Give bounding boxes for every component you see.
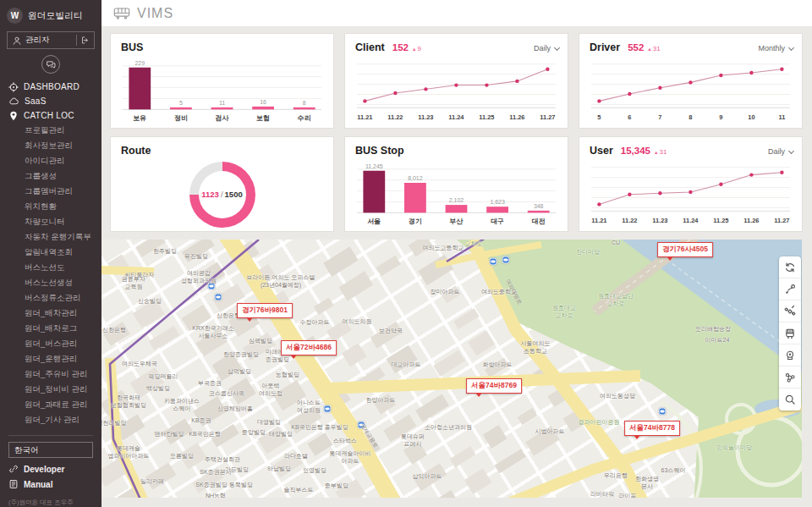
card-user: User 15,345 31 Daily 11.2111.2211.2311.2… — [579, 136, 803, 232]
language-select[interactable]: 한국어 — [8, 442, 93, 458]
sidebar-links: DeveloperManual — [0, 461, 102, 492]
map-tool-cctv-icon[interactable] — [779, 344, 801, 366]
sidebar-subitem[interactable]: 원더_배차관리 — [0, 306, 102, 321]
admin-box[interactable]: 관리자 — [7, 31, 95, 49]
chat-button[interactable] — [41, 55, 60, 74]
period-dropdown[interactable]: Daily — [534, 44, 559, 52]
sidebar-subitem[interactable]: 자동차 운행기록부 — [0, 229, 102, 245]
map-tool-route-icon[interactable] — [779, 278, 801, 300]
sidebar-subitem[interactable]: 원더_버스관리 — [0, 336, 102, 351]
chat-icon — [46, 59, 57, 70]
sidebar-subitem[interactable]: 프로필관리 — [0, 123, 102, 138]
card-title: BUS Stop — [355, 145, 404, 157]
svg-text:6: 6 — [628, 113, 631, 121]
developer-icon — [8, 464, 19, 474]
map[interactable]: 한주빌딩유진빌딩씨티플라자여의공감 성형외과의원금융투자 교육원신송빌딩신한은행… — [102, 240, 802, 498]
dashboard-cards: BUS 229보유5정비11검사16보험8수리 Client 152 9 Dai… — [102, 26, 812, 240]
sidebar-subitem[interactable]: 그룹멤버관리 — [0, 184, 102, 199]
chevron-down-icon — [788, 44, 794, 50]
sidebar-subitem[interactable]: 원더_기사 관리 — [0, 412, 102, 427]
svg-text:5: 5 — [597, 113, 601, 121]
card-bus-stop: BUS Stop 11,245서울8,012경기2,102부산1,623대구34… — [344, 136, 568, 232]
brand-logo-icon: W — [7, 8, 23, 24]
svg-text:16: 16 — [260, 99, 266, 105]
page-title: VIMS — [137, 6, 173, 21]
vehicle-plate-marker[interactable]: 경기76사4505 — [657, 242, 713, 257]
brand: W 원더모빌리티 — [0, 0, 102, 24]
vehicle-plate-marker[interactable]: 경기76바9801 — [237, 303, 293, 318]
svg-text:11.26: 11.26 — [509, 113, 524, 121]
svg-text:11.27: 11.27 — [540, 113, 555, 121]
route-icon — [784, 284, 796, 295]
map-tool-satellite-icon[interactable] — [779, 300, 801, 322]
period-dropdown[interactable]: Monthly — [758, 44, 793, 52]
road-yellow — [102, 270, 154, 272]
refresh-icon — [784, 262, 796, 273]
search-icon — [784, 394, 796, 405]
card-value: 152 — [392, 42, 409, 52]
manual-icon — [8, 479, 19, 489]
sidebar-subitem[interactable]: 차량모니터 — [0, 214, 102, 229]
sidebar-subitem[interactable]: 아이디관리 — [0, 153, 102, 168]
svg-text:보험: 보험 — [256, 114, 270, 122]
svg-text:9: 9 — [719, 113, 722, 121]
vehicle-plate-marker[interactable]: 서울74바8769 — [466, 378, 522, 394]
sidebar-subitem[interactable]: 원더_배차로그 — [0, 321, 102, 336]
vehicle-plate-marker[interactable]: 서울72바4686 — [281, 340, 337, 355]
line-chart: 11.2111.2211.2311.2411.2511.2611.27 — [588, 160, 793, 229]
svg-text:1,623: 1,623 — [490, 199, 505, 205]
bus-header-icon — [112, 6, 131, 20]
period-dropdown[interactable]: Daily — [768, 147, 793, 156]
sidebar-subitem[interactable]: 회사정보관리 — [0, 138, 102, 153]
sidebar-subitem[interactable]: 버스정류소관리 — [0, 290, 102, 306]
map-tool-bus-icon[interactable] — [779, 322, 801, 344]
sidebar-menu: DASHBOARDSaaSCATCH LOC프로필관리회사정보관리아이디관리그룹… — [0, 75, 102, 427]
sidebar-subitem[interactable]: 원더_과태료 관리 — [0, 397, 102, 412]
route-total: 1500 — [225, 190, 243, 199]
sidebar-subitem[interactable]: 버스노선생성 — [0, 275, 102, 290]
sidebar-subitem[interactable]: 원더_정비비 관리 — [0, 382, 102, 397]
card-delta: 31 — [654, 148, 667, 156]
pin-icon — [8, 111, 19, 121]
sidebar-subitem[interactable]: 알림내역조회 — [0, 245, 102, 260]
svg-text:대전: 대전 — [532, 218, 546, 225]
svg-text:경기: 경기 — [409, 218, 422, 225]
map-tool-search-icon[interactable] — [779, 389, 801, 411]
sidebar: W 원더모빌리티 관리자 DASHBOARDSaaSCATCH LOC프로필관리… — [0, 0, 102, 507]
logout-icon[interactable] — [80, 36, 90, 45]
cloud-icon — [8, 96, 19, 106]
bus-stop-icon — [208, 283, 216, 290]
bar-chart: 229보유5정비11검사16보험8수리 — [119, 57, 325, 125]
sidebar-item-catch-loc[interactable]: CATCH LOC — [0, 108, 102, 123]
map-tool-refresh-icon[interactable] — [779, 256, 801, 278]
sidebar-link-developer[interactable]: Developer — [0, 461, 102, 477]
map-tool-share-icon[interactable] — [779, 366, 801, 389]
map-svg — [102, 240, 802, 498]
dashboard-icon — [8, 82, 19, 92]
svg-text:수리: 수리 — [298, 114, 311, 122]
card-delta: 9 — [412, 45, 421, 52]
line-chart: 11.2111.2211.2311.2411.2511.2611.27 — [354, 57, 559, 125]
sidebar-item-dashboard[interactable]: DASHBOARD — [0, 80, 102, 94]
svg-text:11.22: 11.22 — [387, 113, 403, 121]
sidebar-subitem[interactable]: 원더_주유비 관리 — [0, 366, 102, 382]
brand-name: 원더모빌리티 — [28, 10, 83, 22]
sidebar-subitem[interactable]: 그룹생성 — [0, 168, 102, 184]
sidebar-link-manual[interactable]: Manual — [0, 477, 102, 492]
main-area: VIMS BUS 229보유5정비11검사16보험8수리 Client 152 … — [102, 0, 812, 507]
sidebar-subitem[interactable]: 위치현황 — [0, 199, 102, 214]
sidebar-subitem[interactable]: 버스노선도 — [0, 260, 102, 275]
sidebar-item-saas[interactable]: SaaS — [0, 94, 102, 108]
card-title: Client — [355, 41, 385, 53]
cctv-icon — [784, 350, 796, 361]
sidebar-subitem[interactable]: 원더_운행관리 — [0, 351, 102, 366]
user-line-chart: 11.2111.2211.2311.2411.2511.2611.27 — [588, 160, 793, 229]
user-icon — [12, 36, 22, 46]
svg-text:보유: 보유 — [133, 114, 146, 122]
bus-icon — [784, 328, 796, 339]
page-header: VIMS — [102, 0, 812, 26]
bus-stop-icon — [490, 258, 497, 266]
svg-text:정비: 정비 — [174, 114, 188, 122]
bus-stop-bar-chart: 11,245서울8,012경기2,102부산1,623대구348대전 — [354, 160, 559, 229]
vehicle-plate-marker[interactable]: 서울74바8778 — [624, 421, 680, 436]
